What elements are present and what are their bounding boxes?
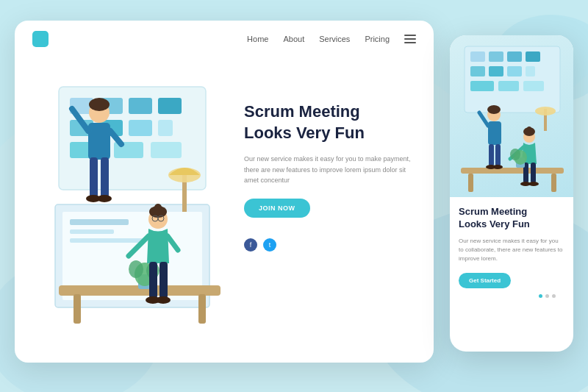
svg-rect-53 bbox=[526, 51, 540, 62]
desktop-description: Our new service makes it easy for you to… bbox=[244, 154, 413, 185]
svg-rect-51 bbox=[489, 51, 503, 62]
svg-point-76 bbox=[527, 126, 531, 131]
hamburger-line-2 bbox=[404, 38, 416, 40]
svg-rect-14 bbox=[151, 142, 182, 158]
svg-rect-35 bbox=[101, 157, 109, 198]
svg-rect-59 bbox=[498, 81, 519, 91]
svg-rect-10 bbox=[129, 120, 152, 136]
svg-rect-56 bbox=[507, 66, 522, 76]
svg-rect-54 bbox=[470, 66, 485, 76]
svg-rect-24 bbox=[198, 294, 206, 324]
svg-point-81 bbox=[528, 182, 539, 186]
desktop-card: Home About Services Pricing bbox=[15, 21, 434, 363]
svg-rect-57 bbox=[526, 66, 535, 76]
svg-rect-31 bbox=[88, 123, 110, 160]
svg-point-73 bbox=[492, 165, 503, 169]
svg-point-27 bbox=[129, 260, 143, 278]
svg-rect-18 bbox=[70, 229, 114, 234]
desktop-content: Scrum MeetingLooks Very Fun Our new serv… bbox=[244, 101, 413, 252]
join-now-button[interactable]: JOIN NOW bbox=[244, 199, 310, 218]
svg-rect-64 bbox=[468, 174, 473, 192]
desktop-illustration bbox=[15, 57, 235, 352]
dot-2 bbox=[545, 294, 549, 298]
svg-rect-7 bbox=[158, 98, 182, 114]
svg-rect-11 bbox=[158, 120, 173, 136]
svg-rect-52 bbox=[507, 51, 522, 62]
nav-home[interactable]: Home bbox=[247, 35, 268, 43]
svg-rect-79 bbox=[531, 163, 536, 183]
mobile-card: Scrum MeetingLooks Very Fun Our new serv… bbox=[450, 35, 573, 352]
hamburger-line-3 bbox=[404, 42, 416, 43]
nav-pricing[interactable]: Pricing bbox=[365, 35, 390, 43]
nav-about[interactable]: About bbox=[283, 35, 304, 43]
hamburger-line-1 bbox=[404, 35, 416, 36]
svg-point-62 bbox=[535, 107, 556, 115]
svg-rect-63 bbox=[461, 168, 564, 174]
hamburger-menu[interactable] bbox=[404, 35, 416, 43]
svg-rect-58 bbox=[470, 81, 494, 91]
desktop-title: Scrum MeetingLooks Very Fun bbox=[244, 101, 413, 143]
svg-rect-65 bbox=[551, 174, 556, 192]
mobile-description: Our new service makes it easy for you to… bbox=[459, 237, 564, 263]
twitter-icon[interactable]: t bbox=[263, 238, 276, 252]
mobile-title: Scrum MeetingLooks Very Fun bbox=[459, 206, 564, 231]
navbar: Home About Services Pricing bbox=[15, 21, 434, 57]
svg-rect-17 bbox=[70, 219, 129, 225]
mobile-illustration bbox=[450, 35, 573, 197]
nav-services[interactable]: Services bbox=[319, 35, 350, 43]
svg-point-84 bbox=[510, 149, 520, 160]
pagination-dots bbox=[459, 288, 564, 298]
svg-point-37 bbox=[97, 195, 112, 202]
svg-rect-23 bbox=[74, 294, 81, 324]
mobile-content: Scrum MeetingLooks Very Fun Our new serv… bbox=[450, 197, 573, 305]
nav-links: Home About Services Pricing bbox=[247, 35, 390, 43]
svg-rect-55 bbox=[489, 66, 503, 76]
svg-point-48 bbox=[156, 296, 171, 304]
svg-rect-46 bbox=[159, 262, 168, 299]
svg-rect-6 bbox=[129, 98, 152, 114]
dot-3 bbox=[552, 294, 556, 298]
svg-rect-34 bbox=[90, 157, 98, 198]
svg-rect-45 bbox=[149, 262, 157, 299]
social-links: f t bbox=[244, 238, 413, 252]
svg-rect-70 bbox=[489, 144, 494, 166]
svg-line-69 bbox=[479, 113, 488, 126]
facebook-icon[interactable]: f bbox=[244, 238, 257, 252]
logo[interactable] bbox=[32, 31, 49, 47]
svg-rect-50 bbox=[470, 51, 485, 62]
svg-point-40 bbox=[154, 204, 162, 211]
dot-1 bbox=[539, 294, 542, 298]
svg-rect-19 bbox=[70, 238, 143, 243]
get-started-button[interactable]: Get Started bbox=[459, 273, 511, 288]
svg-rect-71 bbox=[495, 144, 501, 166]
svg-point-67 bbox=[487, 105, 501, 114]
svg-rect-68 bbox=[488, 121, 501, 145]
svg-rect-60 bbox=[523, 81, 544, 91]
svg-point-30 bbox=[89, 98, 110, 111]
